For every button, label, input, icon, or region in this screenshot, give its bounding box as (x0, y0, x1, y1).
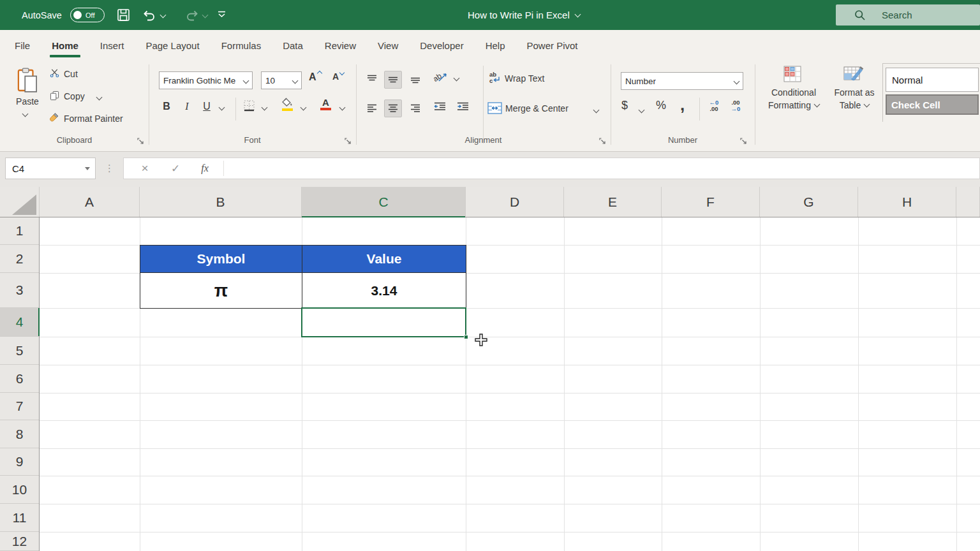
row-header-9[interactable]: 9 (0, 448, 39, 476)
borders-dropdown[interactable] (262, 105, 267, 110)
tab-review[interactable]: Review (314, 30, 367, 61)
conditional-formatting-label[interactable]: Conditional Formatting (763, 86, 824, 112)
format-painter-label[interactable]: Format Painter (64, 114, 123, 124)
tab-data[interactable]: Data (272, 30, 314, 61)
formula-bar-resize-handle[interactable]: ⋮ (105, 158, 114, 179)
document-title[interactable]: How to Write Pi in Excel (468, 0, 580, 30)
cut-button[interactable] (50, 68, 59, 78)
font-size-combo[interactable]: 10 (261, 71, 302, 89)
column-header-E[interactable]: E (564, 187, 662, 217)
accounting-format-button[interactable]: $ (621, 99, 628, 112)
cell-style-check-cell[interactable]: Check Cell (886, 94, 979, 115)
paste-button[interactable] (13, 66, 42, 95)
name-box-dropdown-icon[interactable] (85, 167, 90, 170)
tab-home[interactable]: Home (41, 30, 89, 61)
align-left-button[interactable] (364, 100, 380, 117)
number-dialog-launcher[interactable] (740, 136, 747, 147)
italic-button[interactable]: I (182, 101, 191, 112)
autosave-toggle[interactable]: Off (70, 8, 105, 22)
column-header-G[interactable]: G (760, 187, 858, 217)
column-header-B[interactable]: B (140, 187, 302, 217)
redo-button[interactable] (185, 9, 200, 21)
tab-insert[interactable]: Insert (89, 30, 135, 61)
insert-function-icon[interactable]: fx (195, 163, 214, 174)
decrease-indent-button[interactable] (434, 101, 446, 112)
conditional-formatting-button[interactable] (783, 66, 803, 83)
undo-dropdown[interactable] (161, 13, 165, 17)
tab-view[interactable]: View (367, 30, 409, 61)
comma-style-button[interactable]: , (680, 95, 685, 115)
align-right-button[interactable] (407, 100, 424, 117)
wrap-text-button[interactable]: abc (489, 71, 502, 84)
save-button[interactable] (117, 8, 130, 22)
bold-button[interactable]: B (161, 101, 172, 112)
grow-font-button[interactable]: A (309, 71, 322, 83)
copy-button[interactable] (50, 91, 59, 101)
tab-page-layout[interactable]: Page Layout (135, 30, 210, 61)
alignment-dialog-launcher[interactable] (599, 136, 606, 147)
row-header-2[interactable]: 2 (0, 245, 39, 273)
cell-B3[interactable]: π (140, 273, 302, 308)
row-header-12[interactable]: 12 (0, 532, 39, 551)
enter-check-icon[interactable]: ✓ (166, 162, 185, 175)
bottom-align-button[interactable] (407, 71, 424, 87)
row-header-11[interactable]: 11 (0, 504, 39, 532)
row-header-10[interactable]: 10 (0, 476, 39, 504)
format-painter-button[interactable] (48, 112, 59, 123)
row-header-4[interactable]: 4 (0, 308, 39, 337)
formula-input[interactable] (224, 158, 979, 179)
percent-style-button[interactable]: % (656, 99, 666, 112)
column-header-D[interactable]: D (466, 187, 564, 217)
fill-color-dropdown[interactable] (301, 105, 306, 110)
orientation-button[interactable]: ab (434, 70, 449, 84)
accounting-dropdown[interactable] (639, 108, 644, 112)
decrease-decimal-button[interactable]: .00 →0 (726, 99, 745, 112)
middle-align-button[interactable] (384, 71, 402, 89)
column-header-C[interactable]: C (302, 187, 466, 217)
merge-center-button[interactable] (487, 102, 502, 114)
font-color-button[interactable]: A (320, 98, 331, 110)
tab-power-pivot[interactable]: Power Pivot (516, 30, 589, 61)
font-name-combo[interactable]: Franklin Gothic Me (159, 71, 253, 89)
column-header-partial[interactable] (956, 187, 980, 217)
customize-quick-access-toolbar-button[interactable] (217, 11, 226, 19)
merge-center-dropdown[interactable] (594, 108, 598, 112)
paste-label[interactable]: Paste (13, 96, 42, 107)
format-as-table-button[interactable] (843, 66, 864, 84)
column-header-F[interactable]: F (662, 187, 760, 217)
tab-file[interactable]: File (4, 30, 41, 61)
search-input[interactable]: Search (836, 4, 980, 26)
clipboard-dialog-launcher[interactable] (137, 136, 144, 147)
top-align-button[interactable] (364, 71, 380, 87)
cut-label[interactable]: Cut (64, 69, 78, 79)
tab-developer[interactable]: Developer (409, 30, 474, 61)
paste-dropdown[interactable] (23, 112, 27, 116)
wrap-text-label[interactable]: Wrap Text (505, 73, 545, 84)
row-header-5[interactable]: 5 (0, 337, 39, 365)
underline-button[interactable]: U (202, 101, 212, 112)
cell-C2[interactable]: Value (302, 246, 466, 273)
fill-handle[interactable] (464, 335, 468, 339)
column-header-H[interactable]: H (858, 187, 956, 217)
borders-button[interactable] (243, 99, 255, 112)
underline-dropdown[interactable] (219, 105, 224, 110)
increase-decimal-button[interactable]: ←0 .00 (704, 99, 724, 112)
select-all-button[interactable] (0, 187, 40, 217)
fill-color-button[interactable] (281, 98, 293, 111)
copy-dropdown[interactable] (97, 95, 101, 99)
shrink-font-button[interactable]: A (332, 71, 344, 82)
number-format-combo[interactable]: Number (621, 72, 743, 90)
name-box[interactable]: C4 (5, 158, 96, 179)
row-header-3[interactable]: 3 (0, 273, 39, 308)
cancel-icon[interactable]: × (135, 161, 154, 175)
merge-center-label[interactable]: Merge & Center (505, 103, 568, 114)
redo-dropdown[interactable] (203, 13, 207, 17)
font-color-dropdown[interactable] (340, 105, 345, 110)
cell-C3[interactable]: 3.14 (302, 273, 466, 308)
row-header-1[interactable]: 1 (0, 217, 39, 245)
undo-button[interactable] (142, 9, 156, 21)
selected-cell-C4[interactable] (301, 307, 466, 337)
orientation-dropdown[interactable] (454, 76, 459, 80)
cell-B2[interactable]: Symbol (140, 246, 302, 273)
tab-formulas[interactable]: Formulas (211, 30, 272, 61)
